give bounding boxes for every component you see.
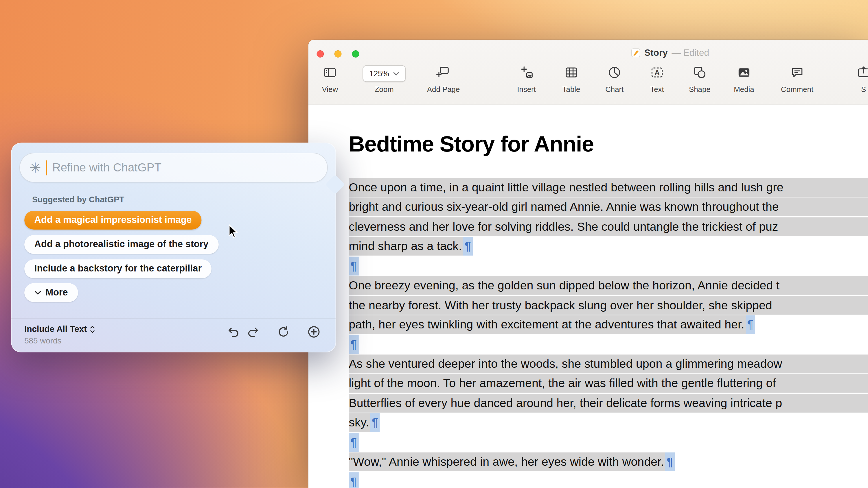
word-count: 585 words	[24, 336, 61, 345]
more-button[interactable]: More	[24, 283, 78, 302]
doc-line[interactable]: Butterflies of every hue danced around h…	[349, 394, 868, 414]
regenerate-button[interactable]	[276, 325, 291, 339]
mouse-cursor	[226, 224, 242, 240]
document-body[interactable]: Once upon a time, in a quaint little vil…	[349, 178, 868, 488]
toolbar-add-page-button[interactable]: Add Page	[417, 65, 470, 94]
partial-icon	[837, 65, 868, 82]
doc-line[interactable]: ¶	[349, 256, 868, 276]
redo-button[interactable]	[246, 325, 260, 339]
view-icon	[308, 65, 356, 82]
include-all-text-selector[interactable]: Include All Text	[24, 324, 95, 334]
document-title-text: Story	[644, 48, 668, 58]
doc-line[interactable]: As she ventured deeper into the woods, s…	[349, 354, 868, 374]
document-canvas[interactable]: Bedtime Story for Annie Once upon a time…	[308, 105, 868, 488]
pilcrow-mark: ¶	[463, 237, 473, 256]
doc-line[interactable]: the nearby forest. With her trusty backp…	[349, 296, 868, 316]
pages-window: Story — Edited View 125%	[308, 40, 868, 488]
desktop: Story — Edited View 125%	[0, 0, 868, 488]
pilcrow-mark: ¶	[349, 472, 359, 488]
pilcrow-mark: ¶	[665, 452, 675, 471]
window-title: Story — Edited	[631, 48, 709, 58]
pilcrow-mark: ¶	[370, 414, 380, 432]
comment-icon	[771, 65, 824, 82]
edited-badge: — Edited	[672, 48, 709, 58]
chevron-down-icon	[393, 72, 399, 75]
toolbar-media-button[interactable]: Media	[717, 65, 771, 94]
media-icon	[717, 65, 771, 82]
doc-line[interactable]: path, her eyes twinkling with excitement…	[349, 316, 868, 335]
toolbar-zoom-control[interactable]: 125% Zoom	[358, 65, 411, 94]
doc-line[interactable]: ¶	[349, 335, 868, 354]
window-chrome: Story — Edited View 125%	[308, 40, 868, 105]
up-down-chevrons-icon	[90, 325, 95, 333]
doc-line[interactable]: sky.¶	[349, 414, 868, 433]
suggestion-backstory[interactable]: Include a backstory for the caterpillar	[24, 259, 212, 278]
doc-line[interactable]: Once upon a time, in a quaint little vil…	[349, 178, 868, 198]
input-placeholder: Refine with ChatGPT	[52, 161, 161, 174]
toolbar-comment-button[interactable]: Comment	[771, 65, 824, 94]
suggestion-photorealistic-image[interactable]: Add a photorealistic image of the story	[24, 235, 218, 254]
popover-footer: Include All Text 585 words	[11, 318, 336, 352]
doc-line[interactable]: cleverness and her love for solving ridd…	[349, 218, 868, 237]
add-button[interactable]	[307, 325, 321, 339]
refine-input[interactable]: ✳ Refine with ChatGPT	[20, 153, 328, 183]
toolbar-view-button[interactable]: View	[308, 65, 356, 94]
document-heading[interactable]: Bedtime Story for Annie	[349, 132, 594, 156]
text-caret	[46, 160, 48, 175]
suggestion-magical-image[interactable]: Add a magical impressionist image	[24, 211, 202, 230]
doc-line[interactable]: ¶	[349, 433, 868, 452]
suggested-by-label: Suggested by ChatGPT	[32, 195, 124, 204]
fullscreen-button[interactable]	[352, 50, 359, 58]
add-page-icon	[417, 65, 470, 82]
zoom-dropdown[interactable]: 125%	[363, 65, 406, 82]
undo-button[interactable]	[226, 325, 241, 339]
chatgpt-popover: ✳ Refine with ChatGPT Suggested by ChatG…	[11, 143, 336, 352]
pilcrow-mark: ¶	[349, 256, 359, 275]
doc-line[interactable]: One breezy evening, as the golden sun di…	[349, 276, 868, 296]
pilcrow-mark: ¶	[349, 335, 359, 354]
document-icon	[631, 48, 641, 58]
doc-line[interactable]: ¶	[349, 472, 868, 488]
close-button[interactable]	[316, 50, 324, 58]
doc-line[interactable]: mind sharp as a tack.¶	[349, 237, 868, 256]
doc-line[interactable]: light of the moon. To her amazement, the…	[349, 374, 868, 394]
toolbar-partial-button[interactable]: S	[837, 65, 868, 94]
minimize-button[interactable]	[335, 50, 342, 58]
doc-line[interactable]: "Wow," Annie whispered in awe, her eyes …	[349, 452, 868, 472]
doc-line[interactable]: bright and curious six-year-old girl nam…	[349, 198, 868, 218]
chevron-down-icon	[34, 290, 42, 295]
chatgpt-logo-icon: ✳	[29, 161, 41, 174]
pilcrow-mark: ¶	[349, 433, 359, 452]
pilcrow-mark: ¶	[746, 316, 755, 334]
svg-text:A: A	[654, 68, 659, 76]
